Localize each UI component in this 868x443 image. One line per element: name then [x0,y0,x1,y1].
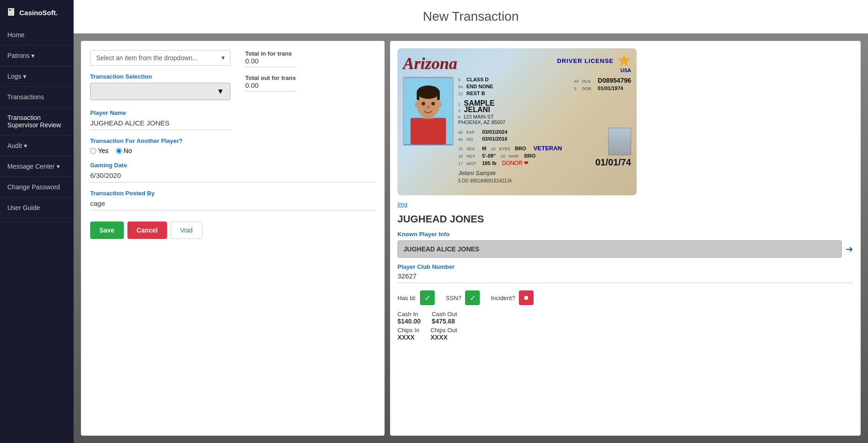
chips-row: Chips In XXXX Chips Out XXXX [397,327,853,341]
incident-button[interactable]: ■ [519,290,534,305]
chips-in-label: Chips In [397,327,420,334]
total-out-value: 0.00 [245,81,296,91]
class-row: 9 CLASS D [458,77,493,82]
hgt-row: 16 HGT 5'-09" 19 HAIR BRO [458,153,562,159]
another-player-group: Transaction For Another Player? Yes No [90,137,375,154]
transaction-select-wrapper: ▼ [90,83,230,100]
save-button[interactable]: Save [90,222,124,239]
posted-by-group: Transaction Posted By cage [90,190,375,210]
radio-yes[interactable]: Yes [90,147,109,154]
button-row: Save Cancel Void [90,222,375,239]
license-signature: Jelani Sample [458,170,496,176]
known-player-arrow-button[interactable]: ➜ [845,244,853,255]
radio-yes-input[interactable] [90,148,96,154]
wgt-row: 17 WGT 185 lb DONOR ❤ [458,160,562,166]
has-id-label: Has Id: [397,295,416,301]
sex-row: 15 SEX M 18 EYES BRO VETERAN [458,143,562,152]
svg-rect-6 [437,91,440,100]
license-header: Arizona DRIVER LICENSE USA [403,54,631,73]
item-dropdown-wrapper: Select an item from the dropdown... ▼ [90,50,230,66]
total-in-value: 0.00 [245,57,296,67]
ssn-button[interactable]: ✓ [465,290,480,305]
radio-yes-label: Yes [98,147,109,154]
transaction-select[interactable] [90,83,230,100]
chips-out-item: Chips Out XXXX [431,327,457,341]
known-player-row: ➜ [397,240,853,258]
total-in-block: Total in for trans 0.00 [245,50,296,67]
license-type-block: DRIVER LICENSE USA [557,54,631,73]
donor-icon: DONOR ❤ [502,160,529,166]
page-header: New Transaction [74,0,868,34]
sidebar-item-audit[interactable]: Audit ▾ [0,136,74,156]
ssn-item: SSN? ✓ [446,290,480,305]
sidebar-item-logs[interactable]: Logs ▾ [0,66,74,87]
sidebar-item-message-center[interactable]: Message Center ▾ [0,156,74,177]
cash-in-value: $140.00 [397,318,421,325]
logo-icon: 🖥 [6,6,16,18]
license-dd: 5 DD 9001A9691S1421J4 [458,178,631,183]
svg-point-9 [427,105,430,109]
left-panel: Select an item from the dropdown... ▼ Tr… [81,41,385,436]
cash-out-item: Cash Out $475.68 [432,311,457,325]
license-address: 8 123 MAIN ST [458,114,631,119]
gaming-date-value: 6/30/2020 [90,171,375,182]
license-first-name: 2 JELANI [458,106,631,114]
end-row: 9A END NONE [458,84,493,89]
cancel-button[interactable]: Cancel [127,222,167,239]
radio-no[interactable]: No [116,147,132,154]
license-photo [403,77,454,146]
player-club-label: Player Club Number [397,263,853,270]
has-id-button[interactable]: ✓ [420,290,435,305]
sidebar-item-change-password[interactable]: Change Password [0,177,74,198]
total-out-block: Total out for trans 0.00 [245,74,296,91]
license-details: 9 CLASS D 9A END NONE 12 REST B [458,77,631,183]
page-title: New Transaction [83,9,859,24]
sidebar: 🖥 CasinoSoft. Home Patrons ▾ Logs ▾ Tran… [0,0,74,443]
content-area: Select an item from the dropdown... ▼ Tr… [74,34,868,443]
license-country: USA [557,68,631,73]
sidebar-item-user-guide[interactable]: User Guide [0,198,74,218]
chips-in-item: Chips In XXXX [397,327,420,341]
player-name-label: Player Name [90,109,230,116]
transaction-selection-group: Transaction Selection ▼ [90,73,230,100]
sidebar-item-transaction-supervisor-review[interactable]: Transaction Supervisor Review [0,108,74,136]
svg-point-4 [417,85,440,99]
license-city: PHOENIX, AZ 85007 [458,119,631,125]
svg-rect-1 [410,118,446,144]
main-content: New Transaction Select an item from the … [74,0,868,443]
dob-row: 3 DOB 01/01/1974 [574,85,631,91]
cash-out-value: $475.68 [432,318,457,325]
void-button[interactable]: Void [171,222,202,239]
svg-point-10 [415,102,419,108]
has-id-item: Has Id: ✓ [397,290,435,305]
dln-row: 4d DLN D08954796 [574,77,631,84]
svg-rect-5 [417,91,420,100]
star-badge-icon [617,54,631,68]
license-body: 9 CLASS D 9A END NONE 12 REST B [403,77,631,183]
known-player-input[interactable] [397,240,842,258]
sidebar-item-home[interactable]: Home [0,25,74,45]
sidebar-item-patrons[interactable]: Patrons ▾ [0,45,74,66]
right-panel: Arizona DRIVER LICENSE USA [390,41,861,436]
license-state: Arizona [403,54,457,73]
license-small-photo [608,128,631,155]
id-row: Has Id: ✓ SSN? ✓ Incident? ■ [397,290,853,305]
transaction-selection-label: Transaction Selection [90,73,230,80]
img-link[interactable]: Img [397,201,853,208]
total-in-label: Total in for trans [245,50,296,57]
item-dropdown[interactable]: Select an item from the dropdown... [90,50,230,66]
player-name-large: JUGHEAD JONES [397,213,853,225]
svg-point-7 [422,102,425,106]
cash-out-label: Cash Out [432,311,457,318]
person-svg [404,78,453,145]
known-player-label: Known Player Info [397,231,853,238]
chips-out-label: Chips Out [431,327,457,334]
incident-item: Incident? ■ [491,290,534,305]
sidebar-item-transactions[interactable]: Transactions [0,87,74,108]
player-club-value: 32627 [397,272,853,283]
chips-out-value: XXXX [431,334,457,341]
radio-no-input[interactable] [116,148,122,154]
ssn-label: SSN? [446,295,461,301]
another-player-label: Transaction For Another Player? [90,137,375,144]
posted-by-label: Transaction Posted By [90,190,375,197]
